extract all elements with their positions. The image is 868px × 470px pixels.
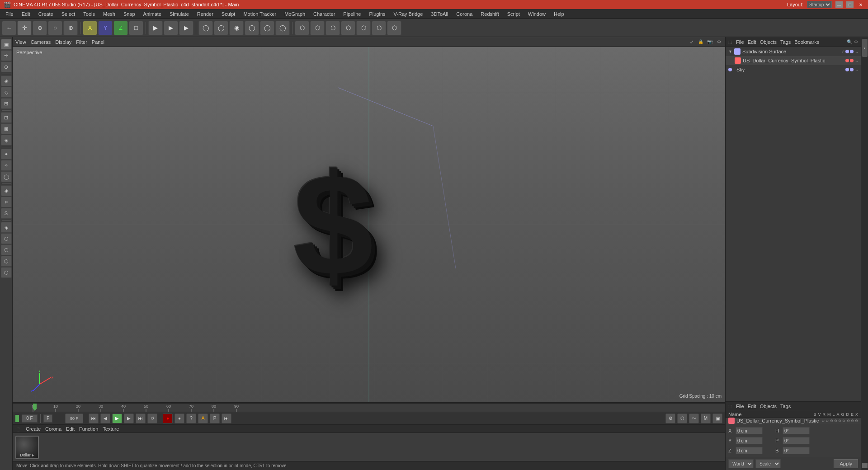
lt-mirror[interactable]: ◈ bbox=[1, 185, 12, 196]
toolbar-world[interactable]: □ bbox=[129, 21, 143, 35]
toolbar-snap-3[interactable]: ⬡ bbox=[326, 21, 340, 35]
coord-h-input[interactable] bbox=[783, 427, 810, 434]
maximize-button[interactable]: □ bbox=[846, 1, 854, 8]
toolbar-y-axis[interactable]: Y bbox=[98, 21, 113, 35]
far-right-handle[interactable] bbox=[862, 463, 868, 468]
apply-button[interactable]: Apply bbox=[834, 459, 858, 468]
menu-help[interactable]: Help bbox=[550, 10, 568, 18]
btn-step-back[interactable]: ◀ bbox=[100, 414, 110, 423]
lt-mesh-3[interactable]: ⬡ bbox=[1, 256, 12, 267]
toolbar-obj-3[interactable]: ◉ bbox=[229, 21, 244, 35]
layout-select[interactable]: Startup bbox=[807, 1, 832, 8]
vp-icon-fullscreen[interactable]: ⤢ bbox=[688, 38, 695, 46]
vp-icon-settings[interactable]: ⚙ bbox=[715, 38, 722, 46]
lt-mesh-4[interactable]: ⬡ bbox=[1, 267, 12, 278]
toolbar-z-axis[interactable]: Z bbox=[113, 21, 128, 35]
om-menu-edit[interactable]: Edit bbox=[748, 39, 756, 45]
mat-menu-create[interactable]: Create bbox=[26, 426, 41, 432]
vp-menu-panel[interactable]: Panel bbox=[92, 39, 104, 45]
viewport-canvas[interactable]: $ Perspective Grid Spacing : 10 cm X Y Z bbox=[13, 47, 725, 402]
menu-corona[interactable]: Corona bbox=[453, 10, 476, 18]
object-item-sky[interactable]: Sky … bbox=[726, 65, 861, 74]
lt-live-select[interactable]: ⊡ bbox=[1, 112, 12, 123]
menu-motion-tracker[interactable]: Motion Tracker bbox=[240, 10, 280, 18]
obj-menu-2[interactable]: … bbox=[854, 59, 858, 63]
menu-window[interactable]: Window bbox=[524, 10, 549, 18]
minimize-button[interactable]: — bbox=[835, 1, 843, 8]
btn-loop[interactable]: ↺ bbox=[147, 414, 157, 423]
menu-3dtoall[interactable]: 3DToAll bbox=[427, 10, 452, 18]
coord-x-input[interactable] bbox=[736, 427, 763, 434]
lt-rect-select[interactable]: ⊠ bbox=[1, 123, 12, 134]
viewport[interactable]: View Cameras Display Filter Panel ⤢ 🔒 📷 … bbox=[13, 37, 725, 402]
btn-record-1[interactable]: ● bbox=[163, 414, 173, 423]
btn-record-3[interactable]: ? bbox=[186, 414, 196, 423]
om-menu-file[interactable]: File bbox=[736, 39, 744, 45]
menu-render[interactable]: Render bbox=[193, 10, 217, 18]
btn-record-2[interactable]: ● bbox=[175, 414, 184, 423]
lt-points[interactable]: ◈ bbox=[1, 75, 12, 86]
lt-edges[interactable]: ◇ bbox=[1, 87, 12, 98]
om-settings-icon[interactable]: ⚙ bbox=[854, 39, 858, 44]
toolbar-obj-1[interactable]: ◯ bbox=[198, 21, 213, 35]
attr-menu-tags[interactable]: Tags bbox=[780, 404, 791, 409]
vp-menu-filter[interactable]: Filter bbox=[76, 39, 87, 45]
current-frame-input[interactable] bbox=[22, 414, 38, 423]
menu-redshift[interactable]: Redshift bbox=[477, 10, 502, 18]
toolbar-snap-2[interactable]: ⬡ bbox=[310, 21, 325, 35]
lt-move[interactable]: ✦ bbox=[1, 149, 12, 160]
toolbar-render-to-picture-viewer[interactable]: ▶ bbox=[179, 21, 193, 35]
om-menu-objects[interactable]: Objects bbox=[760, 39, 777, 45]
btn-play[interactable]: ▶ bbox=[112, 414, 122, 423]
toolbar-move[interactable]: ⊕ bbox=[33, 21, 47, 35]
toolbar-snap-5[interactable]: ⬡ bbox=[356, 21, 371, 35]
menu-vray-bridge[interactable]: V-Ray Bridge bbox=[390, 10, 427, 18]
mat-menu-edit[interactable]: Edit bbox=[66, 426, 75, 432]
toolbar-snap-6[interactable]: ⬡ bbox=[372, 21, 386, 35]
object-item-subdivision[interactable]: ▼ Subdivision Surface ✓ … bbox=[726, 47, 861, 56]
toolbar-x-axis[interactable]: X bbox=[83, 21, 97, 35]
object-item-dollar[interactable]: US_Dollar_Currency_Symbol_Plastic … bbox=[726, 56, 861, 65]
lt-rotate[interactable]: ◯ bbox=[1, 171, 12, 182]
toolbar-snap-4[interactable]: ⬡ bbox=[341, 21, 355, 35]
btn-autokey[interactable]: A bbox=[198, 414, 208, 423]
lt-spline-paint[interactable]: ⌗ bbox=[1, 197, 12, 207]
toolbar-obj-6[interactable]: ◯ bbox=[275, 21, 290, 35]
lt-polygons[interactable]: ⊞ bbox=[1, 98, 12, 109]
menu-character[interactable]: Character bbox=[310, 10, 339, 18]
obj-menu-1[interactable]: … bbox=[854, 50, 858, 54]
toolbar-snap-7[interactable]: ⬡ bbox=[387, 21, 401, 35]
btn-record-end[interactable]: ⏭ bbox=[222, 414, 231, 423]
btn-timeline-settings[interactable]: ⚙ bbox=[665, 414, 675, 423]
material-swatch-dollar[interactable]: Dollar F bbox=[15, 436, 39, 459]
mat-menu-texture[interactable]: Texture bbox=[103, 426, 119, 432]
toolbar-undo[interactable]: ← bbox=[2, 21, 16, 35]
lt-mesh-2[interactable]: ⬡ bbox=[1, 244, 12, 255]
btn-jump-end[interactable]: ⏭ bbox=[136, 414, 146, 423]
attr-menu-edit[interactable]: Edit bbox=[748, 404, 756, 409]
obj-menu-3[interactable]: … bbox=[854, 68, 858, 72]
menu-tools[interactable]: Tools bbox=[80, 10, 99, 18]
menu-select[interactable]: Select bbox=[58, 10, 79, 18]
lt-loop-select[interactable]: ◈ bbox=[1, 135, 12, 146]
coord-z-input[interactable] bbox=[736, 447, 763, 454]
menu-simulate[interactable]: Simulate bbox=[166, 10, 193, 18]
btn-timeline-extra[interactable]: ▣ bbox=[712, 414, 722, 423]
close-button[interactable]: ✕ bbox=[857, 1, 864, 8]
menu-edit[interactable]: Edit bbox=[18, 10, 34, 18]
far-right-scroll-top[interactable]: ▲ bbox=[862, 39, 868, 57]
toolbar-render-active[interactable]: ▶ bbox=[148, 21, 163, 35]
menu-sculpt[interactable]: Sculpt bbox=[218, 10, 239, 18]
menu-mograph[interactable]: MoGraph bbox=[281, 10, 309, 18]
vp-menu-cameras[interactable]: Cameras bbox=[31, 39, 51, 45]
vp-icon-camera[interactable]: 📷 bbox=[706, 38, 713, 46]
mat-menu-corona[interactable]: Corona bbox=[45, 426, 61, 432]
menu-script[interactable]: Script bbox=[504, 10, 524, 18]
toolbar-add[interactable]: ✛ bbox=[17, 21, 32, 35]
coord-p-input[interactable] bbox=[783, 437, 810, 444]
toolbar-obj-2[interactable]: ◯ bbox=[214, 21, 228, 35]
btn-timeline-motion[interactable]: M bbox=[701, 414, 711, 423]
btn-timeline-curve[interactable]: 〜 bbox=[689, 414, 699, 423]
menu-animate[interactable]: Animate bbox=[140, 10, 165, 18]
mat-menu-function[interactable]: Function bbox=[79, 426, 98, 432]
